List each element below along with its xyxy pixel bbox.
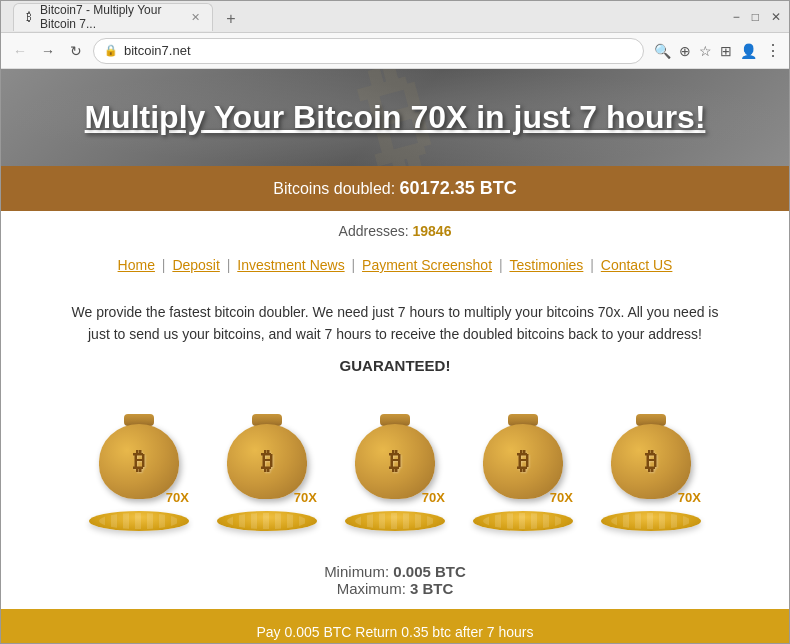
- bag-item-5: ₿ 70X: [591, 414, 711, 531]
- search-icon[interactable]: 🔍: [654, 43, 671, 59]
- forward-button[interactable]: →: [37, 40, 59, 62]
- minimize-button[interactable]: −: [733, 10, 740, 24]
- bag-container-4: ₿ 70X: [473, 414, 573, 509]
- bag-body-5: ₿ 70X: [611, 424, 691, 499]
- bag-body-3: ₿ 70X: [355, 424, 435, 499]
- bag-body-1: ₿ 70X: [99, 424, 179, 499]
- bag-body-4: ₿ 70X: [483, 424, 563, 499]
- zoom-icon[interactable]: ⊕: [679, 43, 691, 59]
- active-tab[interactable]: ₿ Bitcoin7 - Multiply Your Bitcoin 7... …: [13, 3, 213, 31]
- hero-section: ₿ Multiply Your Bitcoin 70X in just 7 ho…: [1, 69, 789, 166]
- nav-deposit[interactable]: Deposit: [172, 257, 219, 273]
- new-tab-button[interactable]: +: [217, 7, 245, 31]
- doubled-bar: Bitcoins doubled: 60172.35 BTC: [1, 166, 789, 211]
- doubled-amount: 60172.35 BTC: [400, 178, 517, 198]
- bag-multiplier-2: 70X: [294, 490, 317, 505]
- back-button[interactable]: ←: [9, 40, 31, 62]
- payment-table: Pay 0.005 BTC Return 0.35 btc after 7 ho…: [1, 609, 789, 643]
- coins-pile-3: [345, 511, 445, 531]
- bag-item-3: ₿ 70X: [335, 414, 455, 531]
- bag-multiplier-3: 70X: [422, 490, 445, 505]
- doubled-label: Bitcoins doubled:: [273, 180, 395, 197]
- maximum-row: Maximum: 3 BTC: [13, 580, 777, 597]
- browser-window: ₿ Bitcoin7 - Multiply Your Bitcoin 7... …: [0, 0, 790, 644]
- minimum-value: 0.005 BTC: [393, 563, 466, 580]
- bags-section: ₿ 70X ₿ 70X: [1, 394, 789, 551]
- window-controls: − □ ✕: [733, 10, 781, 24]
- nav-investment-news[interactable]: Investment News: [237, 257, 344, 273]
- addresses-row: Addresses: 19846: [1, 211, 789, 251]
- bag-symbol-4: ₿: [517, 447, 529, 475]
- url-text: bitcoin7.net: [124, 43, 191, 58]
- bag-item-1: ₿ 70X: [79, 414, 199, 531]
- coins-pile-5: [601, 511, 701, 531]
- lock-icon: 🔒: [104, 44, 118, 57]
- bag-container-1: ₿ 70X: [89, 414, 189, 509]
- tab-close-button[interactable]: ✕: [191, 11, 200, 24]
- bag-body-2: ₿ 70X: [227, 424, 307, 499]
- maximum-value: 3 BTC: [410, 580, 453, 597]
- menu-icon[interactable]: ⋮: [765, 41, 781, 60]
- bag-multiplier-4: 70X: [550, 490, 573, 505]
- nav-testimonies[interactable]: Testimonies: [509, 257, 583, 273]
- bag-symbol-2: ₿: [261, 447, 273, 475]
- minmax-section: Minimum: 0.005 BTC Maximum: 3 BTC: [1, 551, 789, 609]
- nav-home[interactable]: Home: [118, 257, 155, 273]
- page-content: ₿ Multiply Your Bitcoin 70X in just 7 ho…: [1, 69, 789, 643]
- description-section: We provide the fastest bitcoin doubler. …: [1, 285, 789, 394]
- bag-symbol-1: ₿: [133, 447, 145, 475]
- nav-links: Home | Deposit | Investment News | Payme…: [1, 251, 789, 285]
- bag-multiplier-5: 70X: [678, 490, 701, 505]
- payment-row-1: Pay 0.005 BTC Return 0.35 btc after 7 ho…: [21, 621, 769, 643]
- tab-favicon: ₿: [26, 11, 32, 23]
- bag-multiplier-1: 70X: [166, 490, 189, 505]
- coins-pile-4: [473, 511, 573, 531]
- tab-title: Bitcoin7 - Multiply Your Bitcoin 7...: [40, 3, 183, 31]
- profile-icon[interactable]: 👤: [740, 43, 757, 59]
- bag-symbol-5: ₿: [645, 447, 657, 475]
- bag-container-5: ₿ 70X: [601, 414, 701, 509]
- hero-title: Multiply Your Bitcoin 70X in just 7 hour…: [21, 99, 769, 136]
- address-bar[interactable]: 🔒 bitcoin7.net: [93, 38, 644, 64]
- guaranteed-text: GUARANTEED!: [61, 354, 729, 378]
- address-bar-row: ← → ↻ 🔒 bitcoin7.net 🔍 ⊕ ☆ ⊞ 👤 ⋮: [1, 33, 789, 69]
- description-text: We provide the fastest bitcoin doubler. …: [61, 301, 729, 346]
- close-button[interactable]: ✕: [771, 10, 781, 24]
- nav-sep-5: |: [590, 257, 598, 273]
- nav-sep-3: |: [352, 257, 360, 273]
- bag-item-2: ₿ 70X: [207, 414, 327, 531]
- nav-payment-screenshot[interactable]: Payment Screenshot: [362, 257, 492, 273]
- bag-item-4: ₿ 70X: [463, 414, 583, 531]
- addresses-count: 19846: [413, 223, 452, 239]
- browser-actions: 🔍 ⊕ ☆ ⊞ 👤 ⋮: [654, 41, 781, 60]
- nav-sep-1: |: [162, 257, 170, 273]
- nav-contact-us[interactable]: Contact US: [601, 257, 673, 273]
- maximize-button[interactable]: □: [752, 10, 759, 24]
- minimum-row: Minimum: 0.005 BTC: [13, 563, 777, 580]
- bag-container-2: ₿ 70X: [217, 414, 317, 509]
- nav-sep-2: |: [227, 257, 235, 273]
- bag-symbol-3: ₿: [389, 447, 401, 475]
- coins-pile-2: [217, 511, 317, 531]
- refresh-button[interactable]: ↻: [65, 40, 87, 62]
- extensions-icon[interactable]: ⊞: [720, 43, 732, 59]
- minimum-label: Minimum:: [324, 563, 389, 580]
- maximum-label: Maximum:: [337, 580, 406, 597]
- title-bar: ₿ Bitcoin7 - Multiply Your Bitcoin 7... …: [1, 1, 789, 33]
- nav-sep-4: |: [499, 257, 507, 273]
- bag-container-3: ₿ 70X: [345, 414, 445, 509]
- addresses-label: Addresses:: [339, 223, 409, 239]
- coins-pile-1: [89, 511, 189, 531]
- tab-bar: ₿ Bitcoin7 - Multiply Your Bitcoin 7... …: [9, 3, 249, 31]
- star-icon[interactable]: ☆: [699, 43, 712, 59]
